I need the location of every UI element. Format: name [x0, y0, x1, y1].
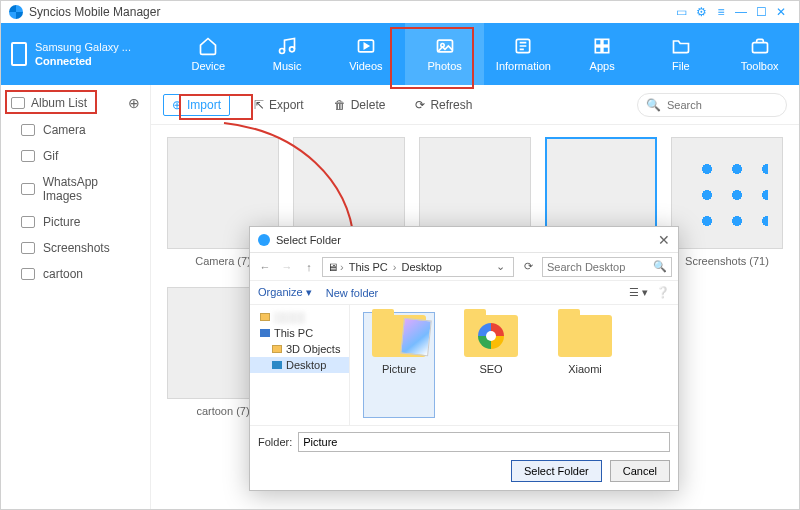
dialog-footer: Folder: Select Folder Cancel [250, 425, 678, 490]
search-icon: 🔍 [646, 98, 661, 112]
dialog-title: Select Folder [276, 234, 341, 246]
cancel-button[interactable]: Cancel [610, 460, 670, 482]
delete-button[interactable]: 🗑Delete [328, 94, 392, 116]
folder-label: SEO [456, 363, 526, 375]
photos-icon [434, 36, 456, 56]
crumb-seg[interactable]: Desktop [398, 261, 444, 273]
help-button[interactable]: ❔ [656, 286, 670, 299]
titlebar: Syncios Mobile Manager ▭ ⚙ ≡ — ☐ ✕ [1, 1, 799, 23]
dialog-search-input[interactable] [547, 261, 649, 273]
albumlist-icon [11, 97, 25, 109]
sidebar: Album List ⊕ Camera Gif WhatsApp Images … [1, 85, 151, 509]
search-input[interactable] [667, 99, 778, 111]
chevron-down-icon[interactable]: ⌄ [492, 260, 509, 273]
export-icon: ⇱ [254, 98, 264, 112]
export-button[interactable]: ⇱Export [248, 94, 310, 116]
tab-file[interactable]: File [642, 23, 721, 85]
svg-rect-10 [752, 43, 767, 53]
tree-thispc[interactable]: This PC [250, 325, 349, 341]
svg-rect-6 [595, 39, 601, 45]
add-album-button[interactable]: ⊕ [128, 95, 140, 111]
refresh-button[interactable]: ⟳Refresh [409, 94, 478, 116]
info-icon [512, 36, 534, 56]
file-icon [670, 36, 692, 56]
folder-label: Xiaomi [550, 363, 620, 375]
nav-tabs: Device Music Videos Photos Information A… [169, 23, 799, 85]
view-button[interactable]: ☰ ▾ [629, 286, 648, 299]
settings-icon[interactable]: ⚙ [691, 5, 711, 19]
apps-icon [591, 36, 613, 56]
music-icon [276, 36, 298, 56]
video-icon [355, 36, 377, 56]
tab-videos[interactable]: Videos [327, 23, 406, 85]
folder-seo[interactable]: SEO [456, 315, 526, 415]
album-icon [21, 124, 35, 136]
album-icon [21, 150, 35, 162]
organize-button[interactable]: Organize ▾ [258, 286, 312, 299]
album-thumb-screenshots[interactable]: Screenshots (71) [671, 137, 783, 267]
tab-device[interactable]: Device [169, 23, 248, 85]
folder-picture[interactable]: Picture [364, 313, 434, 417]
tree-desktop[interactable]: Desktop [250, 357, 349, 373]
sidebar-item-camera[interactable]: Camera [1, 117, 150, 143]
tab-photos[interactable]: Photos [405, 23, 484, 85]
crumb-seg[interactable]: This PC [346, 261, 391, 273]
device-panel[interactable]: Samsung Galaxy ... Connected [1, 23, 169, 85]
import-label: Import [187, 98, 221, 112]
maximize-button[interactable]: ☐ [751, 5, 771, 19]
sidebar-item-label: Picture [43, 215, 80, 229]
album-icon [21, 183, 35, 195]
newfolder-button[interactable]: New folder [326, 287, 379, 299]
dialog-search[interactable]: 🔍 [542, 257, 672, 277]
tab-information[interactable]: Information [484, 23, 563, 85]
menu-icon[interactable]: ≡ [711, 5, 731, 19]
forward-button[interactable]: → [278, 261, 296, 273]
tab-label: File [672, 60, 690, 72]
select-folder-button[interactable]: Select Folder [511, 460, 602, 482]
import-button[interactable]: ⊕Import [163, 94, 230, 116]
album-icon [21, 268, 35, 280]
device-icon [11, 42, 27, 66]
search-box[interactable]: 🔍 [637, 93, 787, 117]
sidebar-item-whatsapp[interactable]: WhatsApp Images [1, 169, 150, 209]
dialog-close-button[interactable]: ✕ [658, 232, 670, 248]
topbar: Samsung Galaxy ... Connected Device Musi… [1, 23, 799, 85]
sidebar-item-screenshots[interactable]: Screenshots [1, 235, 150, 261]
tree-label: 3D Objects [286, 343, 340, 355]
breadcrumb[interactable]: 🖥 › This PC › Desktop ⌄ [322, 257, 514, 277]
close-button[interactable]: ✕ [771, 5, 791, 19]
sidebar-item-label: Camera [43, 123, 86, 137]
folder-icon [558, 315, 612, 357]
plus-icon: ⊕ [172, 98, 182, 112]
tab-label: Device [192, 60, 226, 72]
sidebar-item-gif[interactable]: Gif [1, 143, 150, 169]
up-button[interactable]: ↑ [300, 261, 318, 273]
folder-field[interactable] [298, 432, 670, 452]
sidebar-item-label: cartoon [43, 267, 83, 281]
dialog-logo-icon [258, 234, 270, 246]
sidebar-item-cartoon[interactable]: cartoon [1, 261, 150, 287]
tree-quick[interactable]: ░░░░ [250, 309, 349, 325]
album-icon [21, 216, 35, 228]
tree-label: This PC [274, 327, 313, 339]
svg-rect-9 [603, 47, 609, 53]
album-icon [21, 242, 35, 254]
device-name: Samsung Galaxy ... [35, 40, 131, 54]
folder-xiaomi[interactable]: Xiaomi [550, 315, 620, 415]
refresh-button[interactable]: ⟳ [518, 260, 538, 273]
sidebar-item-label: Screenshots [43, 241, 110, 255]
back-button[interactable]: ← [256, 261, 274, 273]
tab-toolbox[interactable]: Toolbox [720, 23, 799, 85]
dialog-nav: ← → ↑ 🖥 › This PC › Desktop ⌄ ⟳ 🔍 [250, 253, 678, 281]
sidebar-item-picture[interactable]: Picture [1, 209, 150, 235]
tab-music[interactable]: Music [248, 23, 327, 85]
search-icon: 🔍 [653, 260, 667, 273]
delete-label: Delete [351, 98, 386, 112]
home-icon [197, 36, 219, 56]
monitor-icon[interactable]: ▭ [671, 5, 691, 19]
tree-3dobjects[interactable]: 3D Objects [250, 341, 349, 357]
select-folder-dialog: Select Folder ✕ ← → ↑ 🖥 › This PC › Desk… [249, 226, 679, 491]
device-status: Connected [35, 54, 131, 68]
tab-apps[interactable]: Apps [563, 23, 642, 85]
minimize-button[interactable]: — [731, 5, 751, 19]
